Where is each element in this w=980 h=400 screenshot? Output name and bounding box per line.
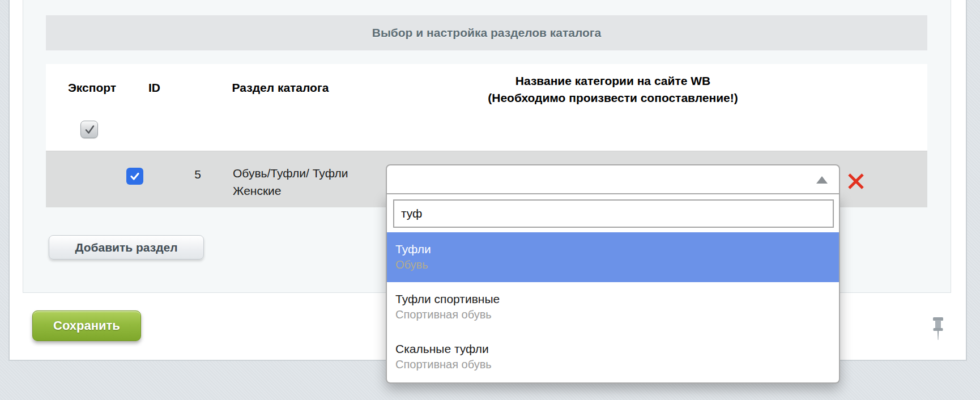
column-header-export: Экспорт bbox=[51, 81, 133, 95]
column-header-category-line1: Название категории на сайте WB bbox=[515, 74, 710, 87]
page-title: Выбор и настройка разделов каталога bbox=[372, 26, 602, 40]
add-section-button-label: Добавить раздел bbox=[75, 241, 177, 254]
checkmark-icon bbox=[129, 171, 140, 182]
delete-row-button[interactable] bbox=[846, 172, 866, 191]
category-dropdown-panel: Туфли Обувь Туфли спортивные Спортивная … bbox=[386, 194, 840, 384]
category-select-control[interactable] bbox=[386, 164, 840, 194]
checkmark-icon bbox=[83, 124, 96, 136]
row-export-checkbox[interactable] bbox=[126, 168, 143, 185]
column-header-id: ID bbox=[136, 81, 173, 95]
option-title: Туфли спортивные bbox=[395, 291, 830, 307]
category-options-list: Туфли Обувь Туфли спортивные Спортивная … bbox=[387, 232, 839, 382]
column-header-category-line2: (Необходимо произвести сопоставление!) bbox=[488, 91, 738, 104]
row-section-cell: Обувь/Туфли/ Туфли Женские bbox=[233, 164, 377, 199]
save-button[interactable]: Сохранить bbox=[32, 310, 141, 341]
category-combobox: Туфли Обувь Туфли спортивные Спортивная … bbox=[386, 164, 840, 384]
option-title: Туфли bbox=[395, 241, 830, 257]
option-title: Скальные туфли bbox=[395, 341, 830, 356]
save-button-label: Сохранить bbox=[53, 318, 120, 333]
column-header-category: Название категории на сайте WB (Необходи… bbox=[432, 73, 794, 107]
x-icon bbox=[846, 172, 866, 191]
page-background: Выбор и настройка разделов каталога 5 Об… bbox=[0, 0, 980, 400]
add-section-button[interactable]: Добавить раздел bbox=[49, 235, 204, 259]
option-skalnye-tufli[interactable]: Скальные туфли Спортивная обувь bbox=[387, 332, 839, 382]
option-tufli-sportivnye[interactable]: Туфли спортивные Спортивная обувь bbox=[387, 282, 839, 332]
option-subtitle: Спортивная обувь bbox=[395, 307, 830, 323]
chevron-up-icon bbox=[816, 176, 828, 184]
row-id-cell: 5 bbox=[181, 168, 215, 181]
option-tufli[interactable]: Туфли Обувь bbox=[387, 232, 839, 282]
section-title-bar: Выбор и настройка разделов каталога bbox=[46, 15, 927, 50]
column-header-section: Раздел каталога bbox=[201, 81, 360, 95]
option-subtitle: Спортивная обувь bbox=[395, 356, 830, 373]
pushpin-icon[interactable] bbox=[931, 315, 945, 342]
option-subtitle: Обувь bbox=[395, 257, 830, 273]
category-search-input[interactable] bbox=[393, 199, 834, 228]
select-all-checkbox[interactable] bbox=[80, 121, 98, 138]
